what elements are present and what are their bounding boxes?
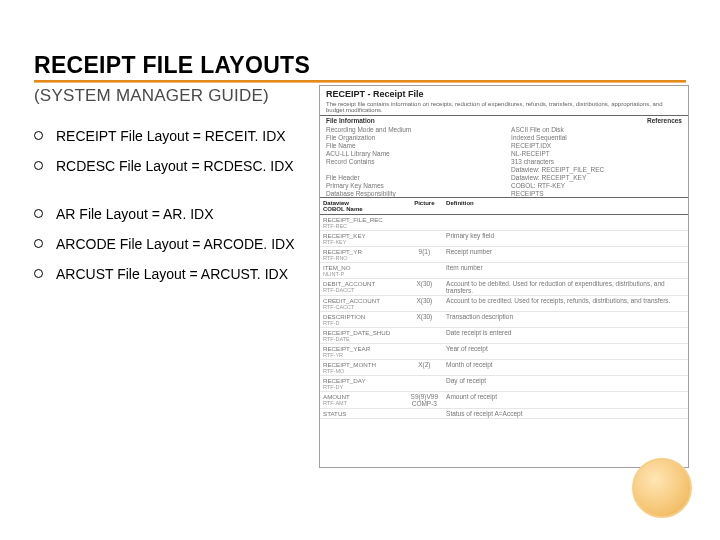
table-row: ITEM_NONLINT-PItem number [320, 263, 688, 279]
table-row: CREDIT_ACCOUNTRTF-CACCTX(30)Account to b… [320, 296, 688, 312]
doc-meta-row: File NameRECEIPT.IDX [320, 141, 688, 149]
doc-meta-row: Dataview: RECEIPT_FILE_REC [320, 165, 688, 173]
table-row: DESCRIPTIONRTF-DX(30)Transaction descrip… [320, 312, 688, 328]
table-row: RECEIPT_YEARRTF-YRYear of receipt [320, 344, 688, 360]
doc-description: The receipt file contains information on… [320, 101, 688, 115]
table-row: AMOUNTRTF-AMTS9(9)V99 COMP-3Amount of re… [320, 392, 688, 409]
doc-meta-row: ACU-LL Library NameNL-RECEIPT [320, 149, 688, 157]
table-row: STATUSStatus of receipt A=Accept [320, 409, 688, 419]
page-title: RECEIPT FILE LAYOUTS [34, 52, 310, 79]
page-subtitle: (SYSTEM MANAGER GUIDE) [34, 86, 269, 106]
doc-meta: Recording Mode and MediumASCII File on D… [320, 125, 688, 197]
list-item: ARCUST File Layout = ARCUST. IDX [34, 266, 354, 282]
table-row: RECEIPT_YRRTF-RNO9(1)Receipt number [320, 247, 688, 263]
doc-section-left: File Information [326, 117, 375, 124]
list-item: ARCODE File Layout = ARCODE. IDX [34, 236, 354, 252]
doc-table-body: RECEIPT_FILE_RECRTF-RECRECEIPT_KEYRTF-KE… [320, 215, 688, 419]
decorative-circle-icon [632, 458, 692, 518]
doc-meta-row: Primary Key NamesCOBOL: RTF-KEY [320, 181, 688, 189]
table-row: RECEIPT_MONTHRTF-MOX(2)Month of receipt [320, 360, 688, 376]
doc-meta-row: Database ResponsibilityRECEIPTS [320, 189, 688, 197]
title-underline [34, 80, 686, 83]
doc-meta-row: File OrganizationIndexed Sequential [320, 133, 688, 141]
table-row: RECEIPT_KEYRTF-KEYPrimary key field [320, 231, 688, 247]
table-row: DEBIT_ACCOUNTRTF-DACCTX(30)Account to be… [320, 279, 688, 296]
list-item: RECEIPT File Layout = RECEIT. IDX [34, 128, 354, 144]
table-row: RECEIPT_DAYRTF-DYDay of receipt [320, 376, 688, 392]
document-preview: RECEIPT - Receipt File The receipt file … [319, 85, 689, 468]
bullet-list: RECEIPT File Layout = RECEIT. IDXRCDESC … [34, 128, 354, 282]
list-item: RCDESC File Layout = RCDESC. IDX [34, 158, 354, 174]
doc-meta-row: Recording Mode and MediumASCII File on D… [320, 125, 688, 133]
doc-meta-row: File HeaderDataview: RECEIPT_KEY [320, 173, 688, 181]
doc-section-right: References [647, 117, 682, 124]
list-item: AR File Layout = AR. IDX [34, 206, 354, 222]
table-row: RECEIPT_DATE_SHUDRTF-DATEDate receipt is… [320, 328, 688, 344]
doc-table-header: DataviewCOBOL Name Picture Definition [320, 197, 688, 215]
doc-title: RECEIPT - Receipt File [320, 86, 688, 101]
table-row: RECEIPT_FILE_RECRTF-REC [320, 215, 688, 231]
doc-meta-row: Record Contains313 characters [320, 157, 688, 165]
